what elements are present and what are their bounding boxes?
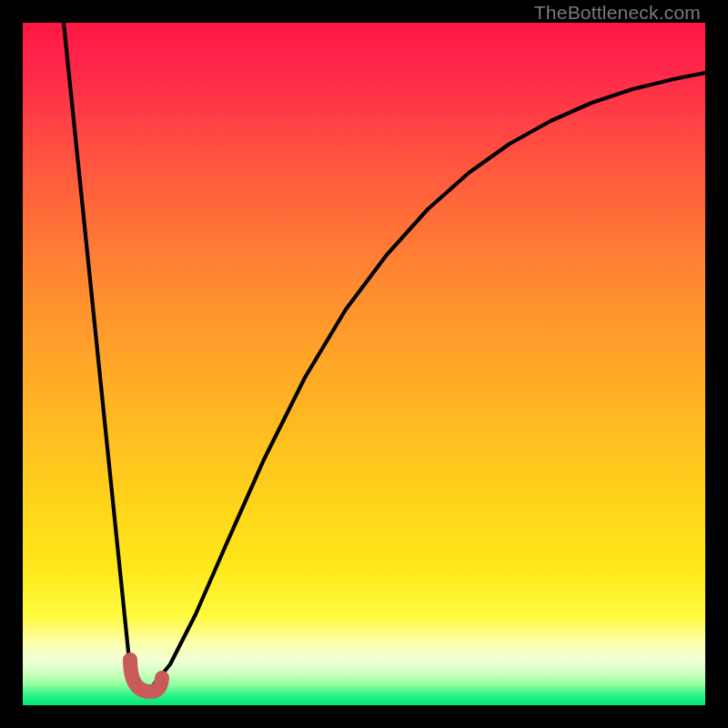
optimal-zone-marker bbox=[130, 660, 162, 692]
watermark-text: TheBottleneck.com bbox=[534, 2, 701, 24]
plot-area bbox=[23, 23, 705, 705]
bottleneck-curve bbox=[64, 23, 705, 689]
chart-container: TheBottleneck.com bbox=[0, 0, 728, 728]
curve-layer bbox=[23, 23, 705, 705]
